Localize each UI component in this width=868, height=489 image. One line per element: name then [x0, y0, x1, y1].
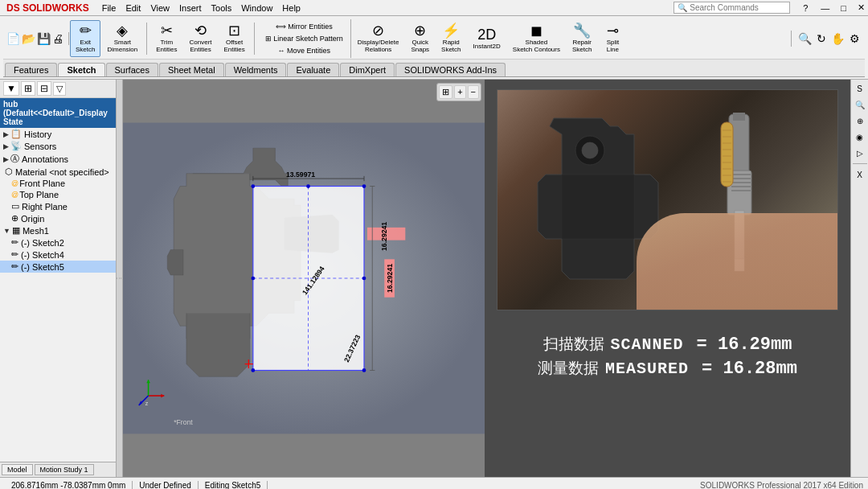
trim-entities-button[interactable]: ✂ TrimEntities: [150, 20, 182, 57]
maximize-icon[interactable]: □: [841, 3, 846, 13]
toolbar-area: 📄 📂 💾 🖨 ✏ ExitSketch ◈ SmartDimension ✂ …: [0, 16, 868, 80]
smart-dim-icon: ◈: [117, 23, 128, 38]
status-bar: 206.8716mm -78.0387mm 0mm Under Defined …: [0, 477, 868, 489]
search-box[interactable]: 🔍: [674, 2, 790, 14]
sketch5-icon: ✏: [11, 261, 18, 272]
tree-sensors[interactable]: ▶ 📡 Sensors: [0, 140, 116, 152]
tree-mesh1[interactable]: ▼ ▦ Mesh1: [0, 224, 116, 236]
view-options-icon[interactable]: ⚙: [848, 31, 862, 47]
convert-entities-button[interactable]: ⟲ ConvertEntities: [184, 20, 218, 57]
sketch4-icon: ✏: [11, 249, 18, 260]
scanned-label-cn: 扫描数据: [543, 334, 604, 355]
status-coordinates: 206.8716mm -78.0387mm 0mm: [5, 481, 133, 489]
tree-filter-icon[interactable]: ▽: [53, 82, 66, 96]
tree-material[interactable]: ⬡ Material <not specified>: [0, 166, 116, 178]
menu-edit[interactable]: Edit: [125, 3, 141, 13]
front-label: *Front: [174, 418, 193, 426]
view-zoom-out-button[interactable]: −: [468, 85, 479, 99]
tree-icon-1[interactable]: ▼: [3, 81, 19, 96]
menu-insert[interactable]: Insert: [179, 3, 202, 13]
tab-addins[interactable]: SOLIDWORKS Add-Ins: [395, 63, 506, 76]
tree-header: hub (Default<<Default>_Display State: [0, 98, 116, 128]
print-button[interactable]: 🖨: [52, 32, 63, 45]
rt-btn-4[interactable]: ◉: [853, 129, 867, 144]
tree-history[interactable]: ▶ 📋 History: [0, 128, 116, 140]
rapid-sketch-button[interactable]: ⚡ RapidSketch: [436, 20, 466, 57]
rt-btn-5[interactable]: ▷: [853, 146, 867, 160]
tab-sketch[interactable]: Sketch: [58, 63, 104, 76]
view-pan-icon[interactable]: ✋: [829, 31, 846, 47]
measurement-photo: [497, 89, 838, 310]
split-icon: ⊸: [607, 23, 619, 38]
menu-window[interactable]: Window: [241, 3, 272, 13]
convert-icon: ⟲: [194, 23, 207, 38]
tree-icon-3[interactable]: ⊟: [37, 81, 51, 96]
help-icon[interactable]: ?: [803, 3, 808, 13]
open-button[interactable]: 📂: [22, 32, 35, 45]
tab-evaluate[interactable]: Evaluate: [287, 63, 339, 76]
search-input[interactable]: [690, 3, 786, 12]
motion-tab[interactable]: Motion Study 1: [35, 464, 94, 475]
display-delete-button[interactable]: ⊘ Display/DeleteRelations: [352, 20, 405, 57]
minimize-icon[interactable]: —: [821, 3, 829, 13]
view-zoom-in-button[interactable]: +: [454, 85, 465, 99]
tree-right-plane[interactable]: ▭ Right Plane: [0, 200, 116, 212]
tree-annotations[interactable]: ▶ Ⓐ Annotations: [0, 152, 116, 166]
new-button[interactable]: 📄: [6, 32, 20, 45]
tree-front-plane[interactable]: @ Front Plane: [0, 178, 116, 189]
tree-origin[interactable]: ⊕ Origin: [0, 212, 116, 224]
rt-btn-3[interactable]: ⊕: [853, 113, 867, 128]
measurement-data: 扫描数据 SCANNED = 16.29mm 测量数据 MEASURED = 1…: [497, 331, 838, 382]
close-icon[interactable]: ✕: [858, 2, 865, 13]
model-tab[interactable]: Model: [2, 464, 33, 475]
feature-tree-panel: ▼ ⊞ ⊟ ▽ hub (Default<<Default>_Display S…: [0, 80, 117, 477]
svg-text:z: z: [145, 401, 149, 407]
quick-snaps-button[interactable]: ⊕ QuickSnaps: [405, 20, 435, 57]
smart-dimension-button[interactable]: ◈ SmartDimension: [101, 20, 143, 57]
svg-point-4: [251, 184, 255, 188]
menu-help[interactable]: Help: [282, 3, 301, 13]
exit-sketch-button[interactable]: ✏ ExitSketch: [70, 20, 100, 57]
split-line-button[interactable]: ⊸ SplitLine: [598, 20, 627, 57]
svg-point-10: [251, 277, 255, 281]
sep1: [146, 23, 147, 55]
tab-weldments[interactable]: Weldments: [225, 63, 287, 76]
offset-entities-button[interactable]: ⊡ OffsetEntities: [219, 20, 251, 57]
linear-sketch-button[interactable]: ⊞ Linear Sketch Pattern: [261, 33, 347, 44]
view-zoom-icon[interactable]: 🔍: [796, 31, 813, 47]
view-rotate-icon[interactable]: ↻: [815, 31, 828, 47]
sensors-icon: 📡: [10, 141, 22, 151]
panel-collapse-handle[interactable]: ⋮: [117, 80, 123, 477]
quick-snaps-icon: ⊕: [414, 23, 426, 38]
rt-btn-1[interactable]: S: [853, 81, 867, 96]
rt-btn-2[interactable]: 🔍: [853, 97, 867, 112]
tree-top-plane[interactable]: @ Top Plane: [0, 189, 116, 200]
shaded-sketch-button[interactable]: ◼ ShadedSketch Contours: [507, 20, 566, 57]
mirror-entities-button[interactable]: ⟺ Mirror Entities: [261, 21, 347, 32]
rt-btn-6[interactable]: X: [853, 167, 867, 182]
tree-icon-2[interactable]: ⊞: [21, 81, 35, 96]
tab-surfaces[interactable]: Surfaces: [106, 63, 158, 76]
save-button[interactable]: 💾: [37, 32, 51, 45]
move-entities-button[interactable]: ↔ Move Entities: [261, 45, 347, 56]
view-fit-button[interactable]: ⊞: [439, 85, 452, 99]
repair-sketch-button[interactable]: 🔧 RepairSketch: [567, 20, 597, 57]
instant2d-button[interactable]: 2D Instant2D: [468, 20, 506, 57]
menu-file[interactable]: File: [102, 3, 117, 13]
menu-view[interactable]: View: [150, 3, 170, 13]
tree-sketch5[interactable]: ✏ (-) Sketch5: [0, 261, 116, 273]
tab-features[interactable]: Features: [5, 63, 57, 76]
main-area: ▼ ⊞ ⊟ ▽ hub (Default<<Default>_Display S…: [0, 80, 868, 477]
hand: [637, 213, 837, 310]
tree-sketch2[interactable]: ✏ (-) Sketch2: [0, 236, 116, 249]
tree-sketch4[interactable]: ✏ (-) Sketch4: [0, 249, 116, 261]
cad-viewport[interactable]: 13.59971 16.29241 16.29241 141.12894 22.…: [123, 80, 485, 477]
scanned-label-en: SCANNED: [611, 335, 684, 354]
tab-dimxpert[interactable]: DimXpert: [340, 63, 395, 76]
tab-sheet-metal[interactable]: Sheet Metal: [159, 63, 224, 76]
feature-tabs: Features Sketch Surfaces Sheet Metal Wel…: [3, 60, 865, 77]
menu-tools[interactable]: Tools: [211, 3, 232, 13]
right-vertical-toolbar: S 🔍 ⊕ ◉ ▷ X: [850, 80, 868, 477]
rt-separator: [853, 163, 867, 164]
search-icon: 🔍: [678, 3, 687, 12]
